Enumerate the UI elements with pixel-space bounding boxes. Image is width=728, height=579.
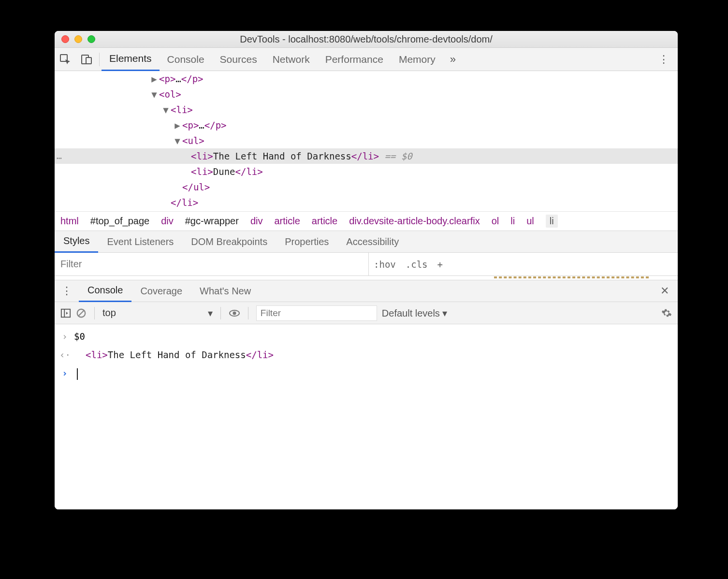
main-tab-memory[interactable]: Memory	[391, 48, 443, 71]
breadcrumb-item[interactable]: div.devsite-article-body.clearfix	[349, 216, 480, 227]
console-message: ‹·<li>The Left Hand of Darkness</li>	[55, 346, 678, 364]
styles-tab-styles[interactable]: Styles	[55, 231, 98, 253]
breadcrumb-item[interactable]: li	[510, 216, 515, 227]
svg-line-6	[79, 310, 84, 316]
dom-node-row[interactable]: ▼<ol>	[55, 87, 678, 102]
expand-arrow-icon[interactable]: ▼	[174, 133, 181, 148]
breadcrumb-item[interactable]: #gc-wrapper	[185, 216, 239, 227]
row-actions-icon[interactable]: …	[57, 148, 63, 164]
separator	[99, 53, 100, 66]
breadcrumb-item[interactable]: html	[60, 216, 79, 227]
prompt-caret-icon: ›	[59, 364, 70, 382]
styles-body	[55, 276, 678, 280]
toggle-cls-button[interactable]: .cls	[401, 253, 433, 275]
device-toolbar-icon[interactable]	[76, 48, 97, 71]
console-message: ›$0	[55, 327, 678, 346]
dom-node-row[interactable]: <li>Dune</li>	[55, 164, 678, 179]
selected-node-reference: == $0	[379, 148, 412, 164]
main-tabbar: ElementsConsoleSourcesNetworkPerformance…	[55, 48, 678, 71]
console-toolbar: top ▾ Default levels ▾	[55, 302, 678, 324]
window-title: DevTools - localhost:8080/web/tools/chro…	[55, 34, 678, 45]
svg-rect-2	[86, 58, 91, 64]
breadcrumb-item[interactable]: div	[250, 216, 263, 227]
text-cursor	[77, 368, 78, 380]
svg-rect-3	[61, 309, 70, 317]
console-prompt[interactable]: ›	[55, 364, 678, 382]
main-tab-network[interactable]: Network	[265, 48, 318, 71]
svg-point-8	[233, 311, 236, 315]
breadcrumb-item[interactable]: ol	[492, 216, 499, 227]
clear-console-icon[interactable]	[76, 308, 87, 318]
toggle-hov-button[interactable]: :hov	[369, 253, 401, 275]
styles-filter-input[interactable]	[55, 253, 369, 275]
drawer-tabbar: ⋮ ConsoleCoverageWhat's New ✕	[55, 280, 678, 302]
styles-sidebar-tabs: StylesEvent ListenersDOM BreakpointsProp…	[55, 231, 678, 253]
dom-node-row[interactable]: </li>	[55, 195, 678, 210]
breadcrumb-item[interactable]: #top_of_page	[90, 216, 149, 227]
breadcrumb-item[interactable]: article	[274, 216, 300, 227]
breadcrumb-item[interactable]: li	[546, 215, 558, 228]
drawer-tab-console[interactable]: Console	[79, 280, 131, 302]
console-levels-selector[interactable]: Default levels ▾	[382, 307, 448, 319]
box-model-fragment	[494, 276, 649, 278]
breadcrumb-item[interactable]: ul	[526, 216, 534, 227]
more-tabs-icon[interactable]: »	[443, 53, 463, 66]
styles-toolbar: :hov .cls +	[55, 253, 678, 276]
elements-dom-tree[interactable]: ▶<p>…</p>▼<ol>▼<li>▶<p>…</p>▼<ul>…<li>Th…	[55, 71, 678, 211]
console-context-selector[interactable]: top ▾	[102, 307, 213, 319]
drawer-menu-icon[interactable]: ⋮	[55, 285, 79, 297]
breadcrumb-item[interactable]: article	[312, 216, 337, 227]
styles-tab-dom-breakpoints[interactable]: DOM Breakpoints	[182, 231, 276, 253]
styles-tab-accessibility[interactable]: Accessibility	[337, 231, 408, 253]
new-style-rule-button[interactable]: +	[433, 253, 448, 275]
dom-node-row[interactable]: ▼<ul>	[55, 133, 678, 148]
dom-node-row[interactable]: ▶<p>…</p>	[55, 117, 678, 133]
console-settings-icon[interactable]	[661, 308, 672, 318]
chevron-down-icon: ▾	[208, 307, 213, 319]
dom-node-row[interactable]: …<li>The Left Hand of Darkness</li> == $…	[55, 148, 678, 164]
drawer-tab-coverage[interactable]: Coverage	[131, 280, 191, 302]
dom-node-row[interactable]: ▼<li>	[55, 102, 678, 117]
expand-arrow-icon[interactable]: ▼	[162, 102, 170, 117]
dom-breadcrumb: html#top_of_pagediv#gc-wrapperdivarticle…	[55, 211, 678, 231]
main-tab-performance[interactable]: Performance	[318, 48, 391, 71]
devtools-menu-icon[interactable]: ⋮	[650, 53, 678, 66]
live-expression-icon[interactable]	[229, 307, 240, 319]
close-drawer-icon[interactable]: ✕	[652, 285, 678, 297]
output-caret-icon: ‹·	[59, 346, 70, 364]
styles-tab-properties[interactable]: Properties	[276, 231, 337, 253]
styles-tab-event-listeners[interactable]: Event Listeners	[98, 231, 182, 253]
main-tab-console[interactable]: Console	[160, 48, 212, 71]
titlebar: DevTools - localhost:8080/web/tools/chro…	[55, 31, 678, 48]
expand-arrow-icon[interactable]: ▼	[150, 87, 158, 102]
main-tab-elements[interactable]: Elements	[102, 48, 160, 71]
dom-node-row[interactable]: </ul>	[55, 179, 678, 195]
breadcrumb-item[interactable]: div	[161, 216, 174, 227]
console-sidebar-toggle-icon[interactable]	[60, 308, 71, 318]
expand-arrow-icon[interactable]: ▶	[150, 71, 158, 87]
console-filter-input[interactable]	[256, 305, 377, 321]
input-caret-icon: ›	[59, 327, 70, 346]
console-output[interactable]: ›$0‹·<li>The Left Hand of Darkness</li>›	[55, 324, 678, 509]
expand-arrow-icon[interactable]: ▶	[174, 117, 181, 133]
main-tab-sources[interactable]: Sources	[212, 48, 265, 71]
devtools-window: DevTools - localhost:8080/web/tools/chro…	[55, 31, 678, 509]
dom-node-row[interactable]: ▶<p>…</p>	[55, 71, 678, 87]
inspect-element-icon[interactable]	[55, 48, 76, 71]
drawer-tab-what-s-new[interactable]: What's New	[191, 280, 260, 302]
